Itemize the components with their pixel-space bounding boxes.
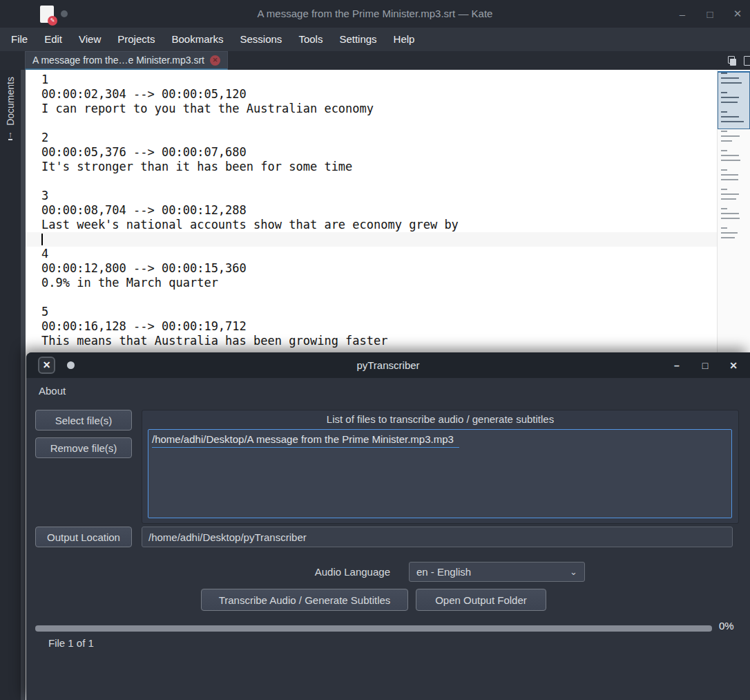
remove-files-button[interactable]: Remove file(s) [35, 437, 132, 458]
kate-window-title: A message from the Prime Minister.mp3.sr… [0, 0, 750, 28]
pytranscriber-menubar: About [26, 378, 750, 404]
editor-line: 2 [26, 131, 717, 145]
editor-line: 00:00:08,704 --> 00:00:12,288 [26, 203, 717, 218]
documents-stack-icon[interactable] [727, 56, 737, 66]
audio-language-select[interactable]: en - English ⌄ [409, 562, 585, 582]
editor-line: Last week's national accounts show that … [26, 218, 717, 232]
pytranscriber-titlebar: ✕ pyTranscriber – □ ✕ [26, 352, 750, 378]
kate-menu-item[interactable]: Edit [36, 28, 70, 51]
kate-menu-item[interactable]: Help [385, 28, 423, 51]
editor-line: 3 [26, 189, 717, 203]
open-output-folder-button[interactable]: Open Output Folder [416, 589, 546, 611]
kate-menu-item[interactable]: Projects [109, 28, 163, 51]
file-list-item[interactable]: /home/adhi/Desktop/A message from the Pr… [152, 432, 459, 448]
kate-tab-label: A message from the…e Minister.mp3.srt [32, 55, 204, 66]
file-counter: File 1 of 1 [48, 637, 94, 649]
kate-menu-item[interactable]: View [70, 28, 109, 51]
kate-menubar: FileEditViewProjectsBookmarksSessionsToo… [0, 28, 750, 51]
audio-language-value: en - English [416, 566, 471, 578]
editor-line: This means that Australia has been growi… [26, 334, 717, 348]
kate-menu-item[interactable]: Bookmarks [163, 28, 231, 51]
transcribe-button[interactable]: Transcribe Audio / Generate Subtitles [201, 589, 408, 611]
kate-left-dock: Documents ↑ [0, 70, 21, 700]
pytranscriber-minimize-button[interactable]: – [671, 360, 682, 371]
sidebar-item-documents[interactable]: Documents ↑ [0, 70, 21, 194]
output-location-button[interactable]: Output Location [35, 527, 132, 547]
documents-dock-label: Documents [5, 77, 16, 126]
editor-line: 0.9% in the March quarter [26, 276, 717, 290]
pytranscriber-window-title: pyTranscriber [26, 352, 750, 378]
kate-menu-item[interactable]: Settings [331, 28, 385, 51]
minimap-viewport[interactable] [718, 71, 750, 129]
pytranscriber-maximize-button[interactable]: □ [700, 360, 711, 371]
editor-line: It's stronger than it has been for some … [26, 160, 717, 174]
editor-line [26, 290, 717, 305]
kate-menu-item[interactable]: Tools [290, 28, 331, 51]
editor-line: I can report to you that the Australian … [26, 102, 717, 116]
chevron-down-icon: ⌄ [570, 567, 577, 577]
editor-line: 00:00:16,128 --> 00:00:19,712 [26, 319, 717, 334]
editor-line: 1 [26, 73, 717, 87]
editor-line: 4 [26, 247, 717, 261]
editor-line [26, 174, 717, 189]
editor-line: 00:00:05,376 --> 00:00:07,680 [26, 145, 717, 160]
kate-close-button[interactable]: ✕ [732, 8, 743, 20]
select-files-button[interactable]: Select file(s) [35, 410, 132, 431]
editor-line: 00:00:02,304 --> 00:00:05,120 [26, 87, 717, 102]
kate-menu-item[interactable]: File [3, 28, 36, 51]
output-location-field[interactable] [142, 527, 733, 547]
pytranscriber-close-button[interactable]: ✕ [728, 360, 739, 371]
tab-close-icon[interactable]: ✕ [210, 55, 220, 66]
kate-minimize-button[interactable]: – [677, 8, 688, 20]
editor-icon-border [21, 70, 26, 700]
progress-bar [35, 625, 712, 632]
editor-line: 00:00:12,800 --> 00:00:15,360 [26, 261, 717, 276]
progress-percent: 0% [719, 620, 747, 632]
kate-maximize-button[interactable]: □ [704, 8, 715, 20]
kate-tabbar: A message from the…e Minister.mp3.srt ✕ [0, 51, 750, 70]
upload-arrow-icon: ↑ [8, 130, 13, 140]
kate-document-tab[interactable]: A message from the…e Minister.mp3.srt ✕ [25, 51, 228, 70]
kate-titlebar: ✎ A message from the Prime Minister.mp3.… [0, 0, 750, 28]
editor-line [26, 116, 717, 131]
editor-line: 5 [26, 305, 717, 319]
kate-menu-item[interactable]: Sessions [232, 28, 291, 51]
audio-language-label: Audio Language [305, 562, 390, 582]
file-list-title: List of files to transcribe audio / gene… [142, 410, 738, 428]
pytranscriber-window: ✕ pyTranscriber – □ ✕ About Select file(… [26, 352, 750, 700]
file-list[interactable]: /home/adhi/Desktop/A message from the Pr… [148, 429, 732, 518]
file-list-groupbox: List of files to transcribe audio / gene… [142, 410, 739, 524]
editor-line [26, 232, 717, 247]
new-document-icon[interactable] [744, 56, 750, 66]
pytranscriber-menu-item[interactable]: About [26, 378, 78, 404]
